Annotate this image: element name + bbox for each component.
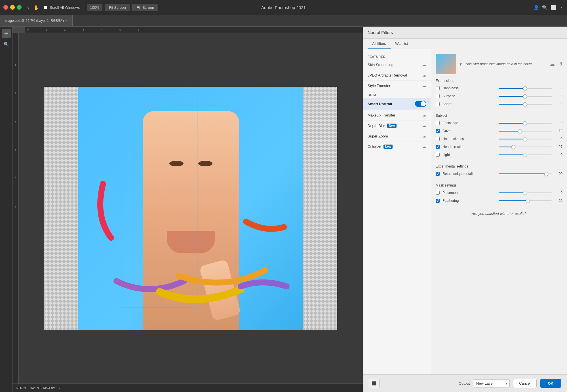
gaze-slider[interactable] bbox=[499, 131, 552, 132]
canvas-dark-right bbox=[337, 87, 363, 330]
file-tab[interactable]: image.psd @ 66.7% (Layer 1, RGB/8#) ✕ bbox=[0, 15, 73, 26]
neural-panel-title: Neural Filters bbox=[368, 30, 393, 35]
scroll-arrow: › bbox=[59, 386, 60, 390]
hair-thickness-value: 0 bbox=[555, 137, 562, 141]
close-button[interactable] bbox=[3, 5, 8, 10]
search-icon[interactable]: 🔍 bbox=[542, 5, 548, 10]
filter-jpeg-artifacts[interactable]: JPEG Artifacts Removal ☁ bbox=[363, 70, 431, 80]
maximize-button[interactable] bbox=[17, 5, 22, 10]
filter-skin-smoothing[interactable]: Skin Smoothing ☁ bbox=[363, 60, 431, 70]
placement-slider[interactable] bbox=[499, 192, 552, 193]
checkerboard-left bbox=[44, 87, 78, 330]
placement-control: Placement 0 bbox=[436, 191, 562, 195]
fit-screen-button[interactable]: Fit Screen bbox=[105, 4, 130, 11]
beta-label: BETA bbox=[363, 91, 431, 98]
ok-button[interactable]: OK bbox=[540, 379, 562, 388]
title-bar: ‹ ✋ Scroll All Windows 100% Fit Screen F… bbox=[0, 0, 567, 15]
featured-label: FEATURED bbox=[363, 53, 431, 60]
traffic-lights bbox=[3, 5, 22, 10]
checkerboard-right bbox=[303, 87, 337, 330]
happiness-slider[interactable] bbox=[499, 88, 552, 89]
cloud-icon: ☁ bbox=[422, 113, 426, 117]
retain-unique-checkbox[interactable] bbox=[436, 172, 440, 176]
face-area bbox=[143, 111, 239, 330]
filter-list: FEATURED Skin Smoothing ☁ JPEG Artifacts… bbox=[363, 49, 431, 374]
more-icon[interactable]: ⋮ bbox=[559, 5, 564, 10]
move-tool-icon[interactable]: ✛ bbox=[2, 29, 11, 38]
placement-value: 0 bbox=[555, 191, 562, 195]
gaze-checkbox[interactable] bbox=[436, 129, 440, 133]
filter-makeup-transfer[interactable]: Makeup Transfer ☁ bbox=[363, 110, 431, 120]
hair-thickness-checkbox[interactable] bbox=[436, 137, 440, 141]
facial-age-slider[interactable] bbox=[499, 123, 552, 124]
output-select-wrap: New Layer Smart Filter Current Layer New… bbox=[473, 379, 510, 387]
feathering-control: Feathering 20 bbox=[436, 199, 562, 203]
anger-slider[interactable] bbox=[499, 104, 552, 105]
compare-button[interactable]: ⬛ bbox=[369, 379, 380, 388]
head-direction-slider[interactable] bbox=[499, 147, 552, 147]
window-icon[interactable]: ⬜ bbox=[551, 5, 556, 10]
eyes-area bbox=[162, 155, 220, 172]
filter-style-transfer[interactable]: Style Transfer ☁ bbox=[363, 80, 431, 91]
output-select[interactable]: New Layer Smart Filter Current Layer New… bbox=[473, 379, 510, 387]
filter-settings: ▾ This filter processes image data in th… bbox=[431, 49, 567, 374]
feathering-label: Feathering bbox=[442, 199, 496, 203]
surprise-checkbox[interactable] bbox=[436, 94, 440, 98]
light-value: 0 bbox=[555, 153, 562, 157]
neural-body: FEATURED Skin Smoothing ☁ JPEG Artifacts… bbox=[363, 49, 567, 374]
scroll-all-checkbox[interactable] bbox=[44, 6, 47, 9]
tab-wait-list[interactable]: Wait list bbox=[391, 39, 412, 49]
retain-unique-slider[interactable] bbox=[499, 173, 552, 174]
light-slider[interactable] bbox=[499, 154, 552, 155]
hair-thickness-slider[interactable] bbox=[499, 139, 552, 139]
toolbar: ‹ ✋ Scroll All Windows 100% Fit Screen F… bbox=[27, 4, 158, 11]
feathering-slider[interactable] bbox=[499, 200, 552, 201]
filter-smart-portrait[interactable]: Smart Portrait bbox=[363, 98, 431, 110]
app-title: Adobe Photoshop 2021 bbox=[261, 5, 306, 10]
facial-age-label: Facial age bbox=[442, 121, 496, 125]
placement-checkbox[interactable] bbox=[436, 191, 440, 195]
photo-canvas bbox=[44, 87, 337, 330]
happiness-checkbox[interactable] bbox=[436, 86, 440, 90]
minimize-button[interactable] bbox=[10, 5, 15, 10]
preview-thumbnail[interactable] bbox=[436, 54, 456, 74]
filter-depth-blur[interactable]: Depth Blur New ☁ bbox=[363, 120, 431, 131]
image-stage bbox=[19, 33, 363, 383]
zoom-status: 66.67% bbox=[16, 386, 26, 390]
happiness-control: Happiness 0 bbox=[436, 86, 562, 90]
cloud-icon: ☁ bbox=[422, 73, 426, 77]
anger-control: Anger 0 bbox=[436, 102, 562, 106]
tab-close-icon[interactable]: ✕ bbox=[66, 19, 68, 22]
tab-all-filters[interactable]: All filters bbox=[368, 39, 391, 49]
horizontal-ruler: 0123456 bbox=[25, 27, 363, 33]
filter-colorize[interactable]: Colorize New ☁ bbox=[363, 141, 431, 152]
smart-portrait-toggle[interactable] bbox=[415, 101, 426, 107]
filter-tabs: All filters Wait list bbox=[363, 39, 567, 49]
cancel-button[interactable]: Cancel bbox=[513, 379, 536, 388]
light-checkbox[interactable] bbox=[436, 153, 440, 157]
filter-super-zoom[interactable]: Super Zoom ☁ bbox=[363, 131, 431, 141]
anger-checkbox[interactable] bbox=[436, 102, 440, 106]
user-icon[interactable]: 👤 bbox=[534, 5, 539, 10]
satisfaction-text: Are you satisfied with the results? bbox=[472, 211, 527, 216]
zoom-tool-icon[interactable]: 🔍 bbox=[2, 40, 11, 49]
canvas-dark-left bbox=[19, 87, 44, 330]
new-badge: New bbox=[383, 145, 393, 149]
back-icon[interactable]: ‹ bbox=[27, 5, 29, 10]
fill-screen-button[interactable]: Fill Screen bbox=[132, 4, 158, 11]
surprise-slider[interactable] bbox=[499, 96, 552, 97]
reset-icon[interactable]: ↺ bbox=[558, 61, 562, 67]
head-direction-checkbox[interactable] bbox=[436, 145, 440, 149]
zoom-level[interactable]: 100% bbox=[87, 4, 102, 11]
happiness-label: Happiness bbox=[442, 86, 496, 90]
feathering-checkbox[interactable] bbox=[436, 199, 440, 203]
doc-status: Doc: 9.53M/24.8M bbox=[30, 386, 55, 390]
surprise-control: Surprise 0 bbox=[436, 94, 562, 98]
cloud-icon: ☁ bbox=[422, 144, 426, 149]
mouth-area bbox=[167, 231, 215, 253]
light-control: Light 0 bbox=[436, 153, 562, 157]
preview-dropdown-icon[interactable]: ▾ bbox=[459, 62, 462, 67]
hand-tool-icon[interactable]: ✋ bbox=[33, 5, 39, 10]
hair-thickness-control: Hair thickness 0 bbox=[436, 137, 562, 141]
facial-age-checkbox[interactable] bbox=[436, 121, 440, 125]
